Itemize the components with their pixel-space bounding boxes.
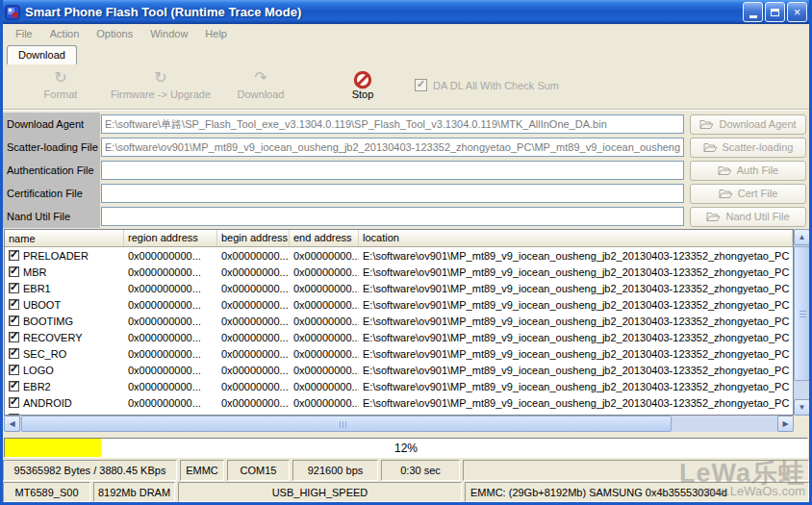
region-address-cell: 0x000000000... <box>124 283 217 294</box>
menu-action[interactable]: Action <box>41 26 89 41</box>
partition-name: EBR1 <box>23 283 51 294</box>
header-begin[interactable]: begin address <box>217 230 290 246</box>
begin-address-cell: 0x00000000... <box>217 332 290 343</box>
header-name[interactable]: name <box>5 230 124 246</box>
region-address-cell: 0x000000000... <box>124 250 217 262</box>
scatter-file-row: Scatter-loading File Scatter-loading <box>3 136 809 159</box>
download-button[interactable]: ↷ Download <box>224 70 297 100</box>
table-row[interactable]: ANDROID 0x000000000... 0x00000000... 0x0… <box>5 394 793 411</box>
partition-name: SEC_RO <box>23 348 66 360</box>
firmware-upgrade-icon: ↻ <box>154 70 166 88</box>
partition-name: PRELOADER <box>23 250 89 262</box>
scroll-right-button[interactable]: ▶ <box>777 416 794 432</box>
header-region[interactable]: region address <box>124 230 217 246</box>
begin-address-cell: 0x00000000... <box>217 316 290 327</box>
menu-bar: File Action Options Window Help <box>3 24 809 43</box>
table-row[interactable]: EBR2 0x000000000... 0x00000000... 0x0000… <box>5 378 793 394</box>
table-row[interactable]: UBOOT 0x000000000... 0x00000000... 0x000… <box>5 296 793 313</box>
row-checkbox[interactable] <box>9 316 19 326</box>
row-checkbox[interactable] <box>9 332 19 342</box>
region-address-cell: 0x000000000... <box>124 266 217 278</box>
download-icon: ↷ <box>254 70 266 88</box>
tab-strip: Download <box>3 43 809 64</box>
header-end[interactable]: end address <box>290 230 359 246</box>
partition-name: UBOOT <box>23 299 61 311</box>
header-location[interactable]: location <box>359 230 793 246</box>
row-checkbox[interactable] <box>9 266 19 277</box>
end-address-cell: 0x00000000... <box>290 283 359 294</box>
format-icon: ↻ <box>54 70 66 88</box>
scatter-browse-button[interactable]: Scatter-loading <box>690 138 806 158</box>
scroll-up-button[interactable]: ▲ <box>794 229 810 245</box>
window-title: Smart Phone Flash Tool (Runtime Trace Mo… <box>25 5 743 19</box>
format-button[interactable]: ↻ Format <box>26 70 95 100</box>
vertical-scrollbar[interactable]: ▲ ▼ <box>794 229 810 416</box>
partition-table: name region address begin address end ad… <box>4 229 794 416</box>
location-cell: E:\software\ov901\MP_mt89_v9_iocean_oush… <box>359 365 793 376</box>
horizontal-scroll-thumb[interactable] <box>21 416 672 432</box>
download-agent-browse-button[interactable]: Download Agent <box>690 114 806 135</box>
table-row[interactable]: PRELOADER 0x000000000... 0x00000000... 0… <box>5 247 793 264</box>
table-row[interactable]: EBR1 0x000000000... 0x00000000... 0x0000… <box>5 280 793 296</box>
nand-util-browse-button[interactable]: Nand Util File <box>690 207 806 227</box>
auth-file-label: Authentication File <box>3 159 100 182</box>
status-baudrate: 921600 bps <box>292 460 378 481</box>
horizontal-scrollbar[interactable]: ◀ ▶ <box>4 416 794 432</box>
location-cell: E:\software\ov901\MP_mt89_v9_iocean_oush… <box>359 397 793 409</box>
row-checkbox[interactable] <box>9 299 19 310</box>
row-checkbox[interactable] <box>9 365 19 375</box>
da-checksum-checkbox[interactable]: DA DL All With Check Sum <box>415 79 559 91</box>
begin-address-cell: 0x00000000... <box>217 348 290 360</box>
table-row[interactable]: BOOTIMG 0x000000000... 0x00000000... 0x0… <box>5 313 793 329</box>
table-row[interactable]: MBR 0x000000000... 0x00000000... 0x00000… <box>5 264 793 280</box>
row-checkbox[interactable] <box>9 397 19 408</box>
scroll-down-button[interactable]: ▼ <box>794 399 810 416</box>
end-address-cell: 0x00000000... <box>290 266 359 278</box>
begin-address-cell: 0x00000000... <box>217 266 290 278</box>
download-agent-row: Download Agent Download Agent <box>3 113 809 136</box>
firmware-upgrade-button[interactable]: ↻ Firmware -> Upgrade <box>102 70 219 100</box>
maximize-button[interactable] <box>765 2 785 22</box>
menu-options[interactable]: Options <box>88 26 141 41</box>
cert-file-label: Certification File <box>3 182 100 205</box>
auth-file-browse-button[interactable]: Auth File <box>690 161 806 181</box>
row-checkbox[interactable] <box>9 348 19 359</box>
stop-button[interactable]: Stop <box>336 70 390 100</box>
status-usb: USB_HIGH_SPEED <box>178 482 462 502</box>
download-agent-input[interactable] <box>101 114 684 134</box>
toolbar: ↻ Format ↻ Firmware -> Upgrade ↷ Downloa… <box>3 64 809 110</box>
location-cell: E:\software\ov901\MP_mt89_v9_iocean_oush… <box>359 348 793 360</box>
status-port: COM15 <box>227 460 290 481</box>
close-icon: × <box>794 6 801 18</box>
nand-util-input[interactable] <box>101 207 684 226</box>
folder-icon <box>703 142 718 153</box>
region-address-cell: 0x000000000... <box>124 316 217 327</box>
cert-file-input[interactable] <box>101 184 684 203</box>
vertical-scroll-thumb[interactable] <box>794 246 810 381</box>
table-row[interactable]: RECOVERY 0x000000000... 0x00000000... 0x… <box>5 329 793 345</box>
location-cell: E:\software\ov901\MP_mt89_v9_iocean_oush… <box>359 332 793 343</box>
row-checkbox[interactable] <box>9 250 19 261</box>
row-checkbox[interactable] <box>9 283 19 293</box>
auth-file-input[interactable] <box>101 161 684 180</box>
menu-help[interactable]: Help <box>196 26 236 41</box>
begin-address-cell: 0x00000000... <box>217 365 290 376</box>
menu-file[interactable]: File <box>7 26 41 41</box>
scatter-file-label: Scatter-loading File <box>3 136 100 159</box>
begin-address-cell: 0x00000000... <box>217 299 290 311</box>
close-button[interactable]: × <box>787 2 807 22</box>
table-row[interactable]: SEC_RO 0x000000000... 0x00000000... 0x00… <box>5 345 793 362</box>
location-cell: E:\software\ov901\MP_mt89_v9_iocean_oush… <box>359 266 793 278</box>
cert-file-browse-button[interactable]: Cert File <box>690 184 806 204</box>
tab-download[interactable]: Download <box>7 45 77 64</box>
maximize-icon <box>771 9 779 16</box>
minimize-button[interactable] <box>743 2 763 22</box>
location-cell: E:\software\ov901\MP_mt89_v9_iocean_oush… <box>359 381 793 392</box>
scatter-file-input[interactable] <box>101 138 684 157</box>
row-checkbox[interactable] <box>9 381 19 391</box>
table-row[interactable]: LOGO 0x000000000... 0x00000000... 0x0000… <box>5 362 793 378</box>
status-bar-row1: 95365982 Bytes / 3880.45 KBps EMMC COM15… <box>3 460 809 481</box>
app-icon <box>5 5 20 20</box>
scroll-left-button[interactable]: ◀ <box>4 416 20 432</box>
menu-window[interactable]: Window <box>141 26 196 41</box>
